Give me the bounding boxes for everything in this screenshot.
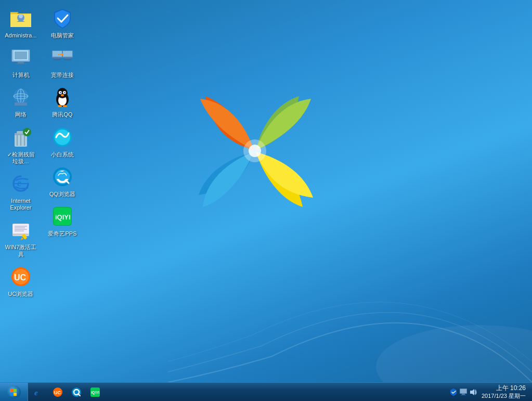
svg-rect-70 — [10, 393, 13, 396]
clock-area[interactable]: 上午 10:26 2017/1/23 星期一 — [479, 384, 528, 399]
svg-text:iQIYI: iQIYI — [91, 391, 99, 395]
svg-rect-40 — [55, 58, 60, 59]
svg-rect-28 — [12, 234, 29, 236]
svg-rect-83 — [461, 395, 466, 395]
iqiyi-icon[interactable]: iQIYI 爱奇艺PPS — [42, 201, 83, 240]
taskbar-ie-icon[interactable]: e — [30, 384, 48, 400]
svg-rect-10 — [16, 63, 26, 64]
svg-rect-68 — [10, 389, 13, 392]
broadband-label: 宽带连接 — [51, 72, 74, 79]
svg-rect-41 — [54, 59, 61, 60]
win7tool-icon[interactable]: WIN7激活工 具 — [0, 214, 42, 261]
svg-rect-44 — [65, 58, 70, 59]
qqbrowser-icon[interactable]: QQ浏览器 — [42, 161, 83, 201]
taskbar-qqbrowser-icon[interactable] — [68, 384, 85, 400]
svg-rect-69 — [14, 389, 17, 392]
qq-label: 腾讯QQ — [52, 111, 72, 118]
tray-icons — [449, 388, 477, 396]
svg-rect-39 — [53, 51, 62, 57]
xiaobai-icon[interactable]: 小白系统 — [42, 122, 83, 161]
diannao-icon[interactable]: 电脑管家 — [42, 3, 83, 42]
svg-marker-34 — [21, 237, 23, 240]
clock-time: 上午 10:26 — [496, 384, 526, 393]
quicklaunch-area: e UC iQIYI — [28, 384, 445, 400]
tray-diannao[interactable] — [449, 388, 458, 396]
ie-label: Internet Explorer — [10, 198, 32, 211]
svg-rect-81 — [460, 389, 466, 393]
desktop-icons: Administra... 计算机 — [0, 3, 83, 301]
system-tray: 上午 10:26 2017/1/23 星期一 — [445, 383, 532, 402]
network-label: 网络 — [15, 111, 27, 118]
svg-text:e: e — [17, 178, 21, 188]
svg-point-57 — [63, 105, 67, 107]
taskbar-uc-icon[interactable]: UC — [49, 384, 67, 400]
iqiyi-label: 爱奇艺PPS — [48, 230, 76, 237]
win7tool-label: WIN7激活工 具 — [5, 244, 37, 257]
taskbar-iqiyi-icon[interactable]: iQIYI — [86, 384, 104, 400]
svg-rect-45 — [64, 59, 71, 60]
computer-label: 计算机 — [12, 72, 30, 79]
icon-column-1: Administra... 计算机 — [0, 3, 42, 301]
start-button[interactable] — [0, 383, 28, 402]
svg-rect-8 — [15, 51, 27, 59]
svg-rect-9 — [18, 62, 24, 63]
tray-speaker[interactable] — [469, 388, 477, 396]
decorative-curves — [168, 174, 532, 382]
administrator-label: Administra... — [5, 32, 36, 39]
qq-icon[interactable]: 腾讯QQ — [42, 82, 83, 121]
jiance-label: ✓检测残留 垃圾... — [7, 151, 35, 165]
svg-text:UC: UC — [54, 390, 61, 395]
icon-column-2: 电脑管家 — [42, 3, 83, 301]
svg-marker-84 — [470, 389, 474, 395]
svg-point-55 — [61, 94, 64, 96]
svg-point-4 — [19, 14, 23, 18]
svg-rect-43 — [63, 51, 72, 57]
diannao-label: 电脑管家 — [51, 32, 74, 39]
computer-icon[interactable]: 计算机 — [0, 42, 42, 82]
desktop: Administra... 计算机 — [0, 0, 532, 382]
svg-text:iQIYI: iQIYI — [55, 213, 71, 221]
broadband-icon[interactable]: 宽带连接 — [42, 42, 83, 82]
svg-rect-16 — [15, 102, 27, 106]
uc-icon[interactable]: UC UC浏览器 — [0, 261, 42, 301]
svg-point-54 — [64, 92, 66, 94]
svg-point-56 — [58, 105, 62, 107]
network-icon[interactable]: 网络 — [0, 82, 42, 121]
svg-point-47 — [61, 54, 63, 56]
administrator-icon[interactable]: Administra... — [0, 3, 42, 42]
svg-point-53 — [60, 92, 61, 94]
svg-text:e: e — [34, 389, 38, 397]
ie-icon[interactable]: e Internet Explorer — [0, 168, 42, 214]
svg-point-50 — [57, 88, 68, 98]
clock-date: 2017/1/23 星期一 — [482, 393, 526, 399]
svg-rect-27 — [13, 224, 29, 234]
xiaobai-label: 小白系统 — [51, 151, 74, 158]
svg-point-2 — [376, 325, 532, 382]
svg-point-1 — [243, 139, 266, 162]
svg-rect-82 — [462, 394, 465, 395]
svg-text:UC: UC — [14, 273, 27, 282]
tray-network[interactable] — [459, 388, 468, 396]
uc-label: UC浏览器 — [8, 291, 34, 297]
taskbar: e UC iQIYI — [0, 382, 532, 401]
svg-rect-71 — [14, 393, 17, 396]
qqbrowser-label: QQ浏览器 — [49, 191, 75, 198]
jiance-icon[interactable]: ✓检测残留 垃圾... — [0, 122, 42, 168]
